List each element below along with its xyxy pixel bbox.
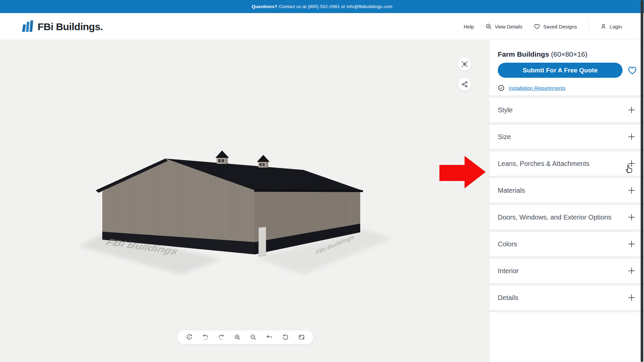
- login-button[interactable]: Login: [600, 23, 622, 30]
- plus-icon[interactable]: [627, 132, 636, 141]
- accordion-section-leans-porches-attachments[interactable]: Leans, Porches & Attachments: [489, 149, 644, 176]
- accordion-section-doors-windows-exterior[interactable]: Doors, Windows, and Exterior Options: [489, 202, 644, 229]
- login-label: Login: [609, 24, 622, 29]
- viewer-toolbar: [177, 330, 314, 345]
- cta-row: Submit For A Free Quote: [498, 63, 637, 78]
- dimensions-icon: [298, 334, 305, 341]
- saved-designs-label: Saved Designs: [543, 24, 577, 29]
- accordion-section-materials[interactable]: Materials: [489, 176, 644, 202]
- viewer-canvas[interactable]: FBi Buildings FBi Buildings: [0, 40, 489, 362]
- submit-quote-button[interactable]: Submit For A Free Quote: [498, 63, 623, 78]
- saved-designs-button[interactable]: Saved Designs: [534, 23, 577, 30]
- accordion-section-colors[interactable]: Colors: [489, 229, 644, 256]
- share-button[interactable]: [458, 77, 471, 91]
- reset-icon: [282, 334, 289, 341]
- installation-requirements-link[interactable]: Installation Requirements: [509, 85, 566, 91]
- page-scrollbar[interactable]: [641, 0, 643, 362]
- badge-check-icon: [498, 84, 505, 92]
- zoom-out-button[interactable]: [250, 334, 257, 341]
- 3d-scan-button[interactable]: [458, 57, 471, 71]
- accordion: Style Size Leans, Porches & Attachments …: [489, 95, 644, 312]
- zoom-out-icon: [250, 334, 257, 341]
- magnifier-plus-icon: [485, 23, 492, 30]
- view-details-label: View Details: [495, 24, 522, 29]
- logo-bars-icon: [21, 20, 34, 33]
- accordion-section-details[interactable]: Details: [489, 283, 644, 310]
- contact-bar: Questions? Contact us at (800) 552-2981 …: [0, 0, 644, 13]
- annotation-arrow: [436, 154, 486, 191]
- dimensions-button[interactable]: [298, 334, 305, 341]
- brand-name: FBi Buildings.: [38, 21, 103, 33]
- model-dimensions: (60×80×16): [551, 50, 588, 58]
- accordion-section-interior[interactable]: Interior: [489, 256, 644, 283]
- help-label: Help: [464, 24, 474, 29]
- building-walk-door: [259, 227, 266, 256]
- accordion-end-divider: [489, 310, 644, 312]
- favorite-heart-icon[interactable]: [627, 65, 637, 75]
- brand-logo[interactable]: FBi Buildings.: [21, 20, 103, 33]
- contact-bar-text: Contact us at (800) 552-2981 or info@fbi…: [279, 4, 392, 9]
- building-cupola-2: [257, 155, 270, 169]
- page-title: Farm Buildings (60×80×16): [498, 50, 636, 58]
- heart-icon: [534, 23, 540, 30]
- reset-view-icon: [186, 334, 193, 341]
- building-cupola-1: [215, 150, 229, 165]
- undo-icon: [266, 334, 273, 341]
- accordion-section-style[interactable]: Style: [489, 95, 644, 122]
- model-name: Farm Buildings: [498, 50, 549, 58]
- reset-view-button[interactable]: [185, 334, 193, 341]
- reset-button[interactable]: [282, 334, 289, 341]
- header: FBi Buildings. Help View Details Saved D…: [0, 13, 644, 40]
- zoom-in-button[interactable]: [234, 334, 241, 341]
- undo-button[interactable]: [266, 334, 273, 341]
- header-nav: Help View Details Saved Designs Login: [464, 13, 622, 40]
- plus-icon[interactable]: [627, 159, 636, 168]
- help-link[interactable]: Help: [464, 24, 474, 29]
- contact-bar-question: Questions?: [252, 4, 277, 9]
- plus-icon[interactable]: [627, 186, 636, 195]
- 3d-scan-icon: [461, 61, 468, 68]
- installation-requirements-row: Installation Requirements: [498, 83, 644, 92]
- rotate-right-icon: [218, 334, 225, 341]
- building-render: [0, 40, 489, 362]
- user-icon: [600, 23, 607, 30]
- header-divider: [588, 21, 589, 32]
- view-details-button[interactable]: View Details: [485, 23, 522, 30]
- rotate-left-icon: [202, 334, 209, 341]
- share-icon: [461, 81, 468, 88]
- plus-icon[interactable]: [627, 266, 636, 275]
- plus-icon[interactable]: [627, 213, 636, 222]
- rotate-left-button[interactable]: [202, 334, 209, 341]
- rotate-right-button[interactable]: [218, 334, 225, 341]
- plus-icon[interactable]: [627, 240, 636, 248]
- config-panel: Farm Buildings (60×80×16) Submit For A F…: [489, 40, 644, 362]
- plus-icon[interactable]: [627, 106, 636, 114]
- plus-icon[interactable]: [627, 293, 636, 302]
- accordion-section-size[interactable]: Size: [489, 122, 644, 149]
- zoom-in-icon: [234, 334, 241, 341]
